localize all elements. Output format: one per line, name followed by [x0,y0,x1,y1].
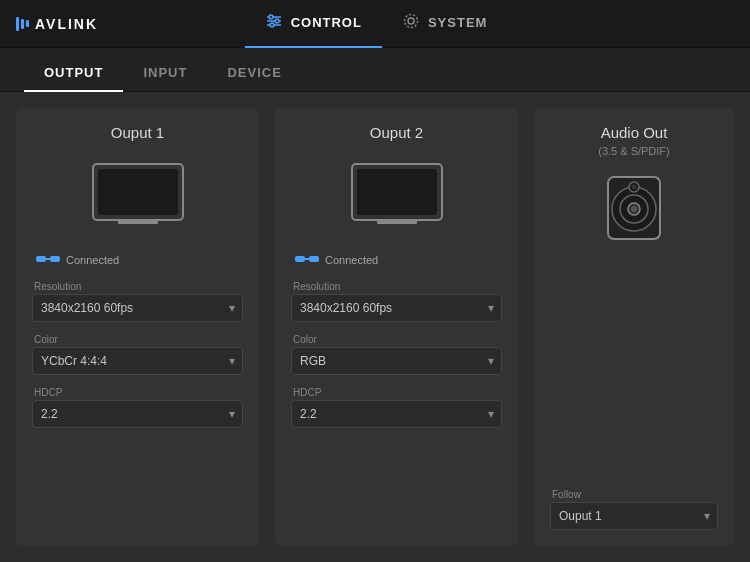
output2-resolution-wrapper: 3840x2160 60fps 1920x1080 60fps 1280x720… [291,294,502,322]
output2-color-wrapper: RGB YCbCr 4:4:4 YCbCr 4:2:2 [291,347,502,375]
output2-hdcp-label: HDCP [291,387,502,398]
output2-connected: Connected [295,251,378,269]
svg-rect-18 [377,220,417,224]
output2-monitor-icon [347,161,447,231]
audio-follow-wrapper: Ouput 1 Ouput 2 [550,502,718,530]
svg-point-28 [632,185,637,190]
svg-rect-12 [36,256,46,262]
app-container: AVLINK CONTROL [0,0,750,562]
output1-hdcp-group: HDCP 2.2 1.4 Off [32,387,243,428]
output2-connected-icon [295,251,319,269]
output2-hdcp-select[interactable]: 2.2 1.4 Off [291,400,502,428]
output2-connected-label: Connected [325,254,378,266]
svg-rect-11 [118,220,158,224]
output-card-2: Ouput 2 Connected [275,108,518,546]
output2-hdcp-wrapper: 2.2 1.4 Off [291,400,502,428]
output1-resolution-wrapper: 3840x2160 60fps 1920x1080 60fps 1280x720… [32,294,243,322]
svg-point-4 [275,19,279,23]
main-content: Ouput 1 Connected [0,92,750,562]
svg-rect-19 [295,256,305,262]
output1-monitor-icon [88,161,188,231]
output1-connected: Connected [36,251,119,269]
audio-out-subtitle: (3.5 & S/PDIF) [598,145,670,157]
output2-resolution-label: Resolution [291,281,502,292]
svg-point-7 [404,14,417,27]
output2-title: Ouput 2 [370,124,423,141]
output1-hdcp-select[interactable]: 2.2 1.4 Off [32,400,243,428]
output1-title: Ouput 1 [111,124,164,141]
sub-tab-output[interactable]: OUTPUT [24,55,123,92]
output2-hdcp-group: HDCP 2.2 1.4 Off [291,387,502,428]
top-bar: AVLINK CONTROL [0,0,750,48]
output1-color-select[interactable]: YCbCr 4:4:4 RGB YCbCr 4:2:2 [32,347,243,375]
audio-out-card: Audio Out (3.5 & S/PDIF) [534,108,734,546]
output2-resolution-group: Resolution 3840x2160 60fps 1920x1080 60f… [291,281,502,322]
output2-resolution-select[interactable]: 3840x2160 60fps 1920x1080 60fps 1280x720… [291,294,502,322]
output1-resolution-select[interactable]: 3840x2160 60fps 1920x1080 60fps 1280x720… [32,294,243,322]
output1-hdcp-wrapper: 2.2 1.4 Off [32,400,243,428]
sub-tab-device[interactable]: DEVICE [207,55,301,92]
audio-follow-select[interactable]: Ouput 1 Ouput 2 [550,502,718,530]
output1-connected-label: Connected [66,254,119,266]
svg-point-6 [408,18,414,24]
audio-out-title: Audio Out [601,124,668,141]
nav-tab-system-label: SYSTEM [428,15,487,30]
svg-point-3 [269,15,273,19]
svg-rect-9 [98,169,178,215]
nav-tabs: CONTROL SYSTEM [245,0,508,48]
output-card-1: Ouput 1 Connected [16,108,259,546]
svg-rect-20 [309,256,319,262]
svg-point-5 [270,23,274,27]
svg-rect-13 [50,256,60,262]
output1-hdcp-label: HDCP [32,387,243,398]
nav-tab-control[interactable]: CONTROL [245,0,382,48]
output1-connected-icon [36,251,60,269]
output1-resolution-group: Resolution 3840x2160 60fps 1920x1080 60f… [32,281,243,322]
audio-follow-group: Follow Ouput 1 Ouput 2 [550,489,718,530]
nav-tab-system[interactable]: SYSTEM [382,0,507,48]
svg-rect-16 [357,169,437,215]
output1-resolution-label: Resolution [32,281,243,292]
output1-color-wrapper: YCbCr 4:4:4 RGB YCbCr 4:2:2 [32,347,243,375]
control-icon [265,12,283,34]
sub-tab-input[interactable]: INPUT [123,55,207,92]
audio-follow-label: Follow [550,489,718,500]
logo-icon [16,17,29,31]
output2-color-label: Color [291,334,502,345]
sub-tabs: OUTPUT INPUT DEVICE [0,48,750,92]
logo: AVLINK [16,16,98,32]
output1-color-label: Color [32,334,243,345]
logo-text: AVLINK [35,16,98,32]
output1-color-group: Color YCbCr 4:4:4 RGB YCbCr 4:2:2 [32,334,243,375]
output2-color-select[interactable]: RGB YCbCr 4:4:4 YCbCr 4:2:2 [291,347,502,375]
svg-point-26 [631,206,637,212]
system-icon [402,12,420,34]
output2-color-group: Color RGB YCbCr 4:4:4 YCbCr 4:2:2 [291,334,502,375]
audio-speaker-icon [604,173,664,243]
nav-tab-control-label: CONTROL [291,15,362,30]
